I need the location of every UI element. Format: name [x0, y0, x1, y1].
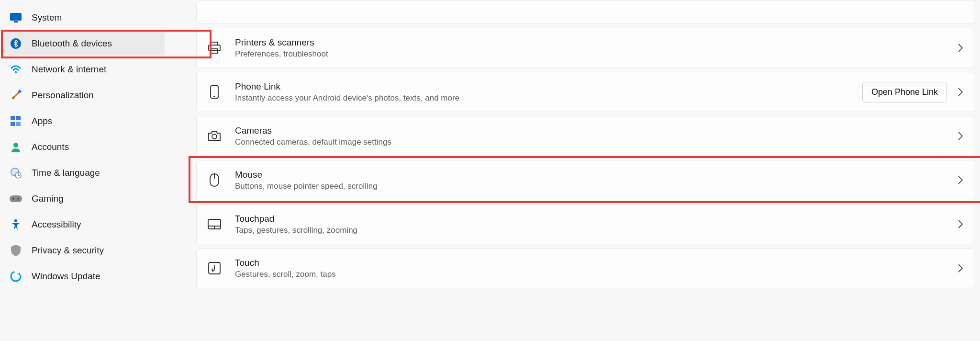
setting-subtitle: Taps, gestures, scrolling, zooming	[235, 226, 958, 235]
svg-rect-17	[211, 42, 218, 45]
setting-title: Phone Link	[235, 81, 862, 93]
setting-row-touchpad[interactable]: Touchpad Taps, gestures, scrolling, zoom…	[196, 204, 974, 244]
blank-icon	[207, 3, 222, 18]
svg-point-13	[13, 198, 14, 200]
sidebar-item-apps[interactable]: Apps	[3, 109, 165, 133]
svg-rect-7	[11, 122, 15, 126]
svg-rect-0	[10, 13, 22, 21]
svg-rect-6	[16, 116, 21, 120]
chevron-right-icon	[958, 219, 963, 229]
svg-rect-8	[16, 122, 21, 126]
phone-icon	[207, 85, 222, 99]
accessibility-icon	[10, 218, 22, 231]
svg-point-14	[18, 198, 19, 200]
setting-row-touch[interactable]: Touch Gestures, scroll, zoom, taps	[196, 248, 974, 288]
settings-window: System Bluetooth & devices Network & int…	[0, 0, 980, 341]
sidebar-item-label: System	[32, 12, 62, 23]
person-icon	[10, 141, 22, 153]
sidebar-item-label: Privacy & security	[32, 245, 104, 256]
sidebar-item-privacy-security[interactable]: Privacy & security	[3, 239, 165, 262]
printer-icon	[207, 41, 222, 55]
system-icon	[10, 11, 22, 24]
svg-point-3	[15, 71, 17, 73]
setting-row-partial-top[interactable]	[196, 0, 974, 24]
gamepad-icon	[10, 193, 22, 205]
svg-point-9	[13, 143, 18, 148]
apps-icon	[10, 115, 22, 127]
setting-subtitle: Connected cameras, default image setting…	[235, 137, 958, 147]
setting-title: Printers & scanners	[235, 37, 958, 49]
chevron-right-icon	[958, 131, 963, 141]
open-phone-link-button[interactable]: Open Phone Link	[862, 82, 947, 102]
sidebar-item-label: Windows Update	[32, 271, 100, 282]
svg-rect-5	[11, 116, 15, 120]
sidebar-item-network[interactable]: Network & internet	[3, 57, 165, 81]
sidebar-item-label: Apps	[32, 116, 52, 126]
chevron-right-icon	[958, 263, 963, 273]
sidebar-item-label: Bluetooth & devices	[32, 38, 112, 49]
wifi-icon	[10, 63, 22, 76]
svg-rect-1	[14, 21, 18, 23]
sidebar-item-windows-update[interactable]: Windows Update	[3, 264, 165, 288]
sidebar-item-accessibility[interactable]: Accessibility	[3, 213, 165, 237]
setting-title: Touch	[235, 257, 958, 269]
sidebar-item-accounts[interactable]: Accounts	[3, 135, 165, 159]
setting-title: Mouse	[235, 169, 958, 181]
camera-icon	[207, 129, 222, 143]
chevron-right-icon	[958, 87, 963, 97]
svg-rect-18	[209, 45, 220, 51]
sidebar-item-label: Personalization	[32, 90, 94, 101]
update-icon	[10, 270, 22, 283]
sidebar-item-label: Accessibility	[32, 219, 81, 230]
brush-icon	[10, 89, 22, 102]
svg-point-15	[14, 219, 17, 222]
setting-subtitle: Instantly access your Android device's p…	[235, 93, 862, 103]
chevron-right-icon	[958, 43, 963, 53]
setting-row-phone-link[interactable]: Phone Link Instantly access your Android…	[196, 72, 974, 112]
setting-row-mouse[interactable]: Mouse Buttons, mouse pointer speed, scro…	[196, 160, 974, 200]
setting-row-cameras[interactable]: Cameras Connected cameras, default image…	[196, 116, 974, 156]
sidebar-item-label: Network & internet	[32, 64, 106, 75]
touchpad-icon	[207, 217, 222, 231]
sidebar-item-personalization[interactable]: Personalization	[3, 83, 165, 107]
mouse-icon	[207, 173, 222, 187]
setting-title: Cameras	[235, 125, 958, 137]
sidebar-item-bluetooth-devices[interactable]: Bluetooth & devices	[3, 32, 165, 56]
sidebar-item-label: Accounts	[32, 142, 69, 152]
setting-subtitle: Preferences, troubleshoot	[235, 49, 958, 59]
sidebar-item-time-language[interactable]: Time & language	[3, 161, 165, 185]
setting-title: Touchpad	[235, 213, 958, 225]
shield-icon	[10, 244, 22, 257]
chevron-right-icon	[958, 175, 963, 185]
setting-subtitle: Buttons, mouse pointer speed, scrolling	[235, 182, 958, 191]
svg-point-22	[212, 134, 217, 139]
touch-icon	[207, 261, 222, 275]
setting-subtitle: Gestures, scroll, zoom, taps	[235, 270, 958, 279]
svg-rect-12	[10, 195, 22, 202]
sidebar-item-gaming[interactable]: Gaming	[3, 187, 165, 211]
clock-globe-icon	[10, 167, 22, 179]
setting-row-printers-scanners[interactable]: Printers & scanners Preferences, trouble…	[196, 28, 974, 68]
sidebar-item-system[interactable]: System	[3, 6, 165, 30]
sidebar-item-label: Time & language	[32, 168, 100, 178]
settings-sidebar: System Bluetooth & devices Network & int…	[0, 0, 167, 341]
sidebar-item-label: Gaming	[32, 193, 64, 204]
settings-content: Printers & scanners Preferences, trouble…	[167, 0, 980, 341]
bluetooth-icon	[10, 37, 22, 50]
